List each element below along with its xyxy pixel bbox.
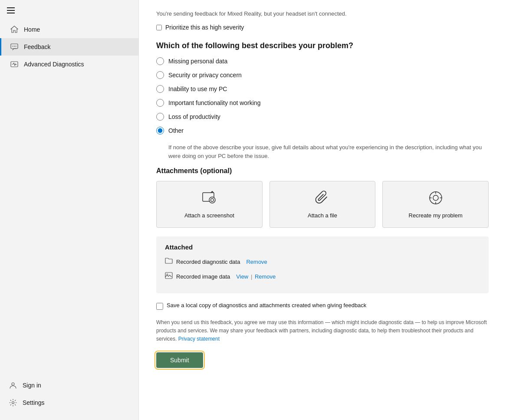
radio-security-privacy[interactable]: Security or privacy concern	[156, 71, 489, 79]
radio-input-missing-personal-data[interactable]	[156, 57, 164, 65]
save-local-checkbox[interactable]	[156, 303, 163, 310]
hamburger-icon	[7, 7, 15, 13]
diagnostics-icon	[10, 60, 19, 69]
radio-label-important-functionality: Important functionality not working	[168, 99, 260, 106]
problem-radio-group: Missing personal data Security or privac…	[156, 57, 489, 135]
high-severity-label[interactable]: Prioritize this as high severity	[165, 24, 244, 31]
radio-label-security-privacy: Security or privacy concern	[168, 72, 242, 79]
folder-icon	[165, 257, 173, 266]
attached-section: Attached Recorded diagnostic data Remove	[156, 236, 489, 293]
attach-screenshot-label: Attach a screenshot	[184, 212, 234, 219]
diagnostic-data-name: Recorded diagnostic data	[176, 259, 240, 265]
radio-important-functionality[interactable]: Important functionality not working	[156, 99, 489, 107]
sidebar-bottom: Sign in Settings	[0, 377, 138, 420]
attached-title: Attached	[165, 243, 480, 251]
sidebar-item-advanced-diagnostics[interactable]: Advanced Diagnostics	[0, 56, 138, 73]
radio-missing-personal-data[interactable]: Missing personal data	[156, 57, 489, 65]
high-severity-checkbox[interactable]	[156, 25, 162, 30]
attach-file-button[interactable]: Attach a file	[269, 181, 376, 228]
image-data-remove-link[interactable]: Remove	[255, 273, 276, 280]
high-severity-row: Prioritize this as high severity	[156, 24, 489, 31]
problem-section-title: Which of the following best describes yo…	[156, 41, 489, 50]
radio-label-missing-personal-data: Missing personal data	[168, 58, 227, 65]
submit-button[interactable]: Submit	[156, 352, 203, 368]
attach-screenshot-button[interactable]: Attach a screenshot	[156, 181, 263, 228]
radio-inability-to-use[interactable]: Inability to use my PC	[156, 85, 489, 93]
svg-point-6	[12, 402, 14, 404]
save-local-row: Save a local copy of diagnostics and att…	[156, 302, 489, 310]
sidebar-item-sign-in-label: Sign in	[23, 382, 41, 389]
person-icon	[9, 381, 17, 390]
radio-input-loss-of-productivity[interactable]	[156, 113, 164, 121]
radio-loss-of-productivity[interactable]: Loss of productivity	[156, 113, 489, 121]
radio-input-security-privacy[interactable]	[156, 71, 164, 79]
attach-file-label: Attach a file	[308, 212, 337, 219]
sidebar-item-home[interactable]: Home	[0, 21, 138, 38]
save-local-label[interactable]: Save a local copy of diagnostics and att…	[167, 302, 366, 308]
svg-point-8	[209, 197, 215, 203]
sidebar-item-sign-in[interactable]: Sign in	[0, 377, 138, 394]
svg-point-11	[433, 195, 438, 200]
svg-point-5	[12, 383, 14, 385]
radio-other[interactable]: Other	[156, 127, 489, 135]
notice-text: You're sending feedback for Mixed Realit…	[156, 10, 489, 17]
gear-icon	[9, 398, 17, 407]
privacy-statement-link[interactable]: Privacy statement	[178, 336, 220, 342]
sidebar-item-feedback-label: Feedback	[24, 43, 50, 50]
paperclip-icon	[315, 190, 330, 208]
recreate-problem-button[interactable]: Recreate my problem	[382, 181, 489, 228]
image-data-view-link[interactable]: View	[236, 273, 248, 280]
radio-input-important-functionality[interactable]	[156, 99, 164, 107]
sidebar-item-feedback[interactable]: Feedback	[0, 38, 138, 56]
feedback-icon	[10, 43, 19, 51]
image-data-name: Recorded image data	[176, 273, 230, 280]
screenshot-icon	[201, 190, 217, 208]
sidebar-item-home-label: Home	[24, 26, 40, 33]
recreate-problem-label: Recreate my problem	[409, 212, 463, 219]
sidebar-item-settings[interactable]: Settings	[0, 394, 138, 411]
record-icon	[428, 190, 444, 208]
legal-text: When you send us this feedback, you agre…	[156, 318, 489, 344]
radio-input-inability-to-use[interactable]	[156, 85, 164, 93]
radio-label-inability-to-use: Inability to use my PC	[168, 85, 227, 92]
sidebar-item-settings-label: Settings	[23, 399, 45, 406]
svg-point-1	[13, 46, 13, 47]
attached-item-diagnostic: Recorded diagnostic data Remove	[165, 257, 480, 266]
attachment-buttons: Attach a screenshot Attach a file Recrea…	[156, 181, 489, 228]
other-description-text: If none of the above describe your issue…	[168, 143, 489, 160]
radio-label-loss-of-productivity: Loss of productivity	[168, 113, 220, 120]
home-icon	[10, 25, 19, 34]
svg-point-13	[167, 274, 168, 275]
sidebar-item-advanced-diagnostics-label: Advanced Diagnostics	[24, 61, 84, 68]
svg-point-3	[16, 46, 16, 47]
image-icon	[165, 272, 173, 281]
sidebar: Home Feedback Adv	[0, 0, 139, 420]
sidebar-nav: Home Feedback Adv	[0, 21, 138, 377]
attached-item-image: Recorded image data View | Remove	[165, 272, 480, 281]
diagnostic-data-remove-link[interactable]: Remove	[246, 259, 267, 265]
svg-point-2	[14, 46, 15, 47]
hamburger-menu[interactable]	[0, 0, 138, 21]
radio-label-other: Other	[168, 127, 184, 134]
attachments-title: Attachments (optional)	[156, 167, 489, 175]
image-data-separator: |	[251, 273, 254, 280]
radio-input-other[interactable]	[156, 127, 164, 135]
main-content: You're sending feedback for Mixed Realit…	[139, 0, 506, 420]
